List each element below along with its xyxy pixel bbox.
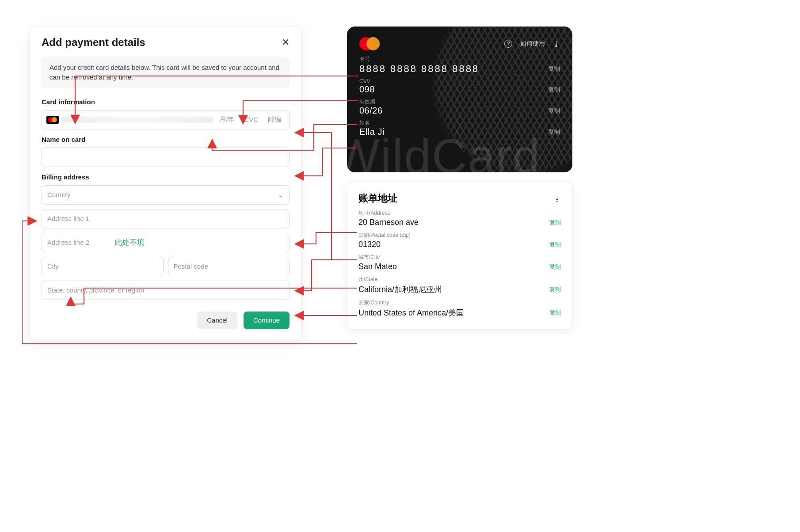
copy-expiry[interactable]: 复制 [549, 107, 560, 115]
cardholder-label: 姓名 [359, 119, 560, 127]
city-input[interactable] [42, 257, 164, 276]
state-value: California/加利福尼亚州 [358, 284, 442, 295]
copy-country[interactable]: 复制 [549, 309, 561, 317]
copy-cvv[interactable]: 复制 [549, 86, 560, 94]
expiry-value: 06/26 [359, 106, 383, 116]
country-value: United States of America/美国 [358, 308, 464, 318]
card-info-label: Card information [42, 98, 290, 106]
cvv-value: 098 [359, 84, 375, 95]
copy-name[interactable]: 复制 [549, 128, 560, 136]
city-value: San Mateo [358, 262, 397, 271]
postal-value: 01320 [358, 240, 381, 249]
name-on-card-input[interactable] [42, 148, 290, 167]
copy-city[interactable]: 复制 [549, 263, 561, 271]
card-number-input[interactable]: 月/年 CVC 邮编 [42, 110, 290, 129]
billing-address-panel: 账单地址 ⭳ 地址/Address 20 Barneson ave 复制 邮编/… [347, 182, 572, 329]
info-box: Add your credit card details below. This… [42, 57, 290, 88]
card-number-masked [61, 117, 213, 123]
postal-code-input[interactable] [168, 257, 290, 276]
card-number-label: 卡号 [359, 56, 560, 63]
cvv-label: CVV [359, 78, 560, 84]
cancel-button[interactable]: Cancel [197, 312, 237, 329]
country-select[interactable] [42, 185, 290, 205]
cvc-placeholder: CVC [240, 116, 262, 123]
expiry-placeholder: 月/年 [216, 115, 238, 124]
name-on-card-label: Name on card [42, 136, 290, 143]
mastercard-icon [46, 116, 59, 124]
state-input[interactable] [42, 281, 290, 300]
payment-form-panel: Add payment details ✕ Add your credit ca… [30, 27, 301, 341]
postal-label: 邮编/Postal code (Zip) [358, 232, 561, 239]
copy-address[interactable]: 复制 [549, 219, 561, 227]
cardholder-value: Ella Ji [359, 127, 385, 137]
country-label: 国家/Country [358, 299, 561, 307]
form-title: Add payment details [42, 36, 145, 49]
billing-title: 账单地址 [358, 192, 397, 205]
city-label: 城市/City [358, 254, 561, 261]
copy-card-number[interactable]: 复制 [549, 65, 560, 73]
expiry-label: 有效期 [359, 98, 560, 106]
card-number-value: 8888 8888 8888 8888 [359, 63, 479, 75]
address-line-1-input[interactable] [42, 209, 290, 228]
continue-button[interactable]: Continue [244, 312, 290, 329]
copy-postal[interactable]: 复制 [549, 241, 561, 249]
address-line-2-input[interactable] [42, 233, 290, 252]
download-icon[interactable]: ⭳ [554, 194, 561, 202]
virtual-card: WildCard ? 如何使用 ⭳ 卡号 8888 8888 8888 8888… [347, 27, 572, 172]
mastercard-icon [359, 37, 380, 50]
close-icon[interactable]: ✕ [282, 38, 290, 47]
billing-address-label: Billing address [42, 173, 290, 181]
zip-placeholder: 邮编 [264, 115, 285, 124]
copy-state[interactable]: 复制 [549, 285, 561, 293]
state-label: 州/State [358, 276, 561, 283]
address-value: 20 Barneson ave [358, 218, 419, 227]
address-label: 地址/Address [358, 209, 561, 217]
